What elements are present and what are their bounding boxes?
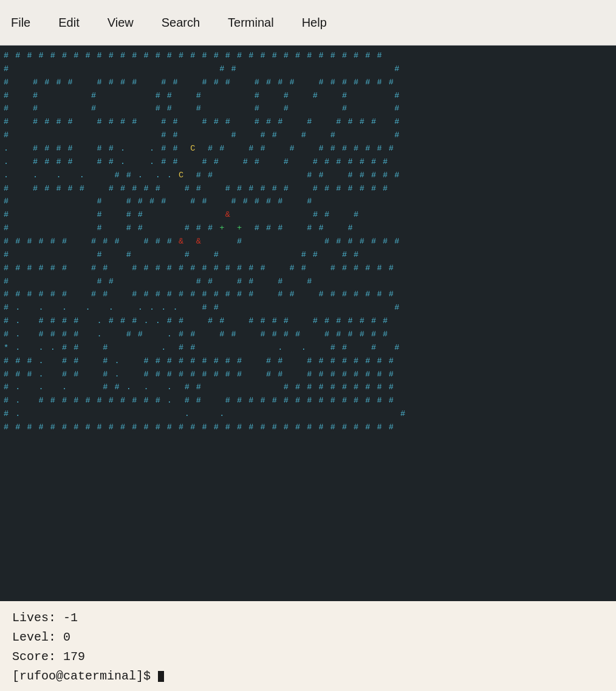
level-line: Level: 0 xyxy=(12,628,604,647)
status-bar: Lives: -1 Level: 0 Score: 179 [rufoo@cat… xyxy=(0,601,616,691)
level-label: Level: 0 xyxy=(12,630,70,644)
menu-terminal[interactable]: Terminal xyxy=(223,13,279,33)
menu-file[interactable]: File xyxy=(6,13,35,33)
lives-label: Lives: -1 xyxy=(12,611,78,625)
cursor-block xyxy=(158,671,164,682)
menu-view[interactable]: View xyxy=(103,13,139,33)
menu-help[interactable]: Help xyxy=(297,13,332,33)
menu-bar: File Edit View Search Terminal Help xyxy=(0,0,616,46)
shell-prompt: [rufoo@caterminal]$ xyxy=(12,669,158,683)
game-grid: # # # # # # # # # # # # # # # # # # # # … xyxy=(1,48,615,435)
menu-search[interactable]: Search xyxy=(157,13,205,33)
lives-line: Lives: -1 xyxy=(12,608,604,628)
score-label: Score: 179 xyxy=(12,650,85,664)
prompt-line: [rufoo@caterminal]$ xyxy=(12,667,604,686)
terminal-area: # # # # # # # # # # # # # # # # # # # # … xyxy=(0,46,616,601)
score-line: Score: 179 xyxy=(12,647,604,667)
menu-edit[interactable]: Edit xyxy=(53,13,84,33)
